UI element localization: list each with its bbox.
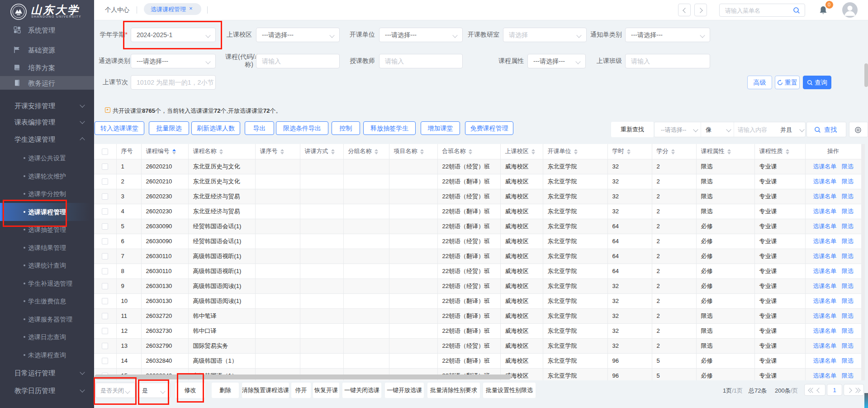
footer-button-一键关闭选课[interactable]: 一键关闭选课 — [342, 383, 381, 398]
link-restrict[interactable]: 限选 — [842, 283, 854, 289]
row-checkbox[interactable] — [102, 268, 108, 274]
link-roster[interactable]: 选课名单 — [813, 238, 836, 245]
link-roster[interactable]: 选课名单 — [813, 357, 836, 364]
sort-icon[interactable] — [219, 149, 223, 154]
nav-back-button[interactable] — [678, 4, 691, 16]
toolbar-button-增加课堂[interactable]: 增加课堂 — [421, 121, 460, 135]
row-checkbox[interactable] — [102, 253, 108, 259]
column-header-课程性质[interactable]: 课程性质 — [754, 144, 805, 159]
sidebar-group-日常运行管理[interactable]: 日常运行管理 — [0, 366, 94, 379]
tab-active[interactable]: 选课课程管理 × — [144, 3, 201, 15]
pagination-next-last[interactable] — [844, 384, 864, 396]
row-checkbox[interactable] — [102, 193, 108, 200]
pagination-first-prev[interactable] — [804, 384, 825, 396]
row-checkbox[interactable] — [102, 178, 108, 185]
toolbar-button-释放抽签学生[interactable]: 释放抽签学生 — [363, 121, 416, 135]
menu-search-input[interactable]: 请输入菜单名 — [719, 4, 805, 17]
link-restrict[interactable]: 限选 — [842, 223, 854, 230]
toolbar-button-批量限选[interactable]: 批量限选 — [149, 121, 189, 135]
filter-field-5[interactable]: ---请选择--- — [131, 54, 216, 68]
sort-icon[interactable] — [469, 149, 472, 154]
sort-icon[interactable] — [627, 149, 631, 154]
column-header-课程属性[interactable]: 课程属性 — [696, 144, 754, 159]
footer-button-批量清除性别要求[interactable]: 批量清除性别要求 — [427, 383, 480, 398]
sidebar-item-学生缴费信息[interactable]: 学生缴费信息 — [0, 292, 94, 310]
column-header-课程编号[interactable]: 课程编号 — [141, 144, 188, 159]
link-roster[interactable]: 选课名单 — [813, 372, 836, 379]
column-header-讲课方式[interactable]: 讲课方式 — [300, 144, 343, 159]
link-restrict[interactable]: 限选 — [842, 342, 854, 349]
link-restrict[interactable]: 限选 — [842, 193, 854, 200]
link-roster[interactable]: 选课名单 — [813, 342, 836, 349]
research-button[interactable]: 重新查找 — [611, 122, 654, 137]
filter-value-input[interactable]: 请输入内容 — [738, 126, 767, 134]
sort-icon[interactable] — [375, 149, 378, 154]
sidebar-group-开课安排管理[interactable]: 开课安排管理 — [0, 99, 94, 112]
link-restrict[interactable]: 限选 — [842, 238, 854, 245]
link-restrict[interactable]: 限选 — [842, 357, 854, 364]
link-restrict[interactable]: 限选 — [842, 253, 854, 259]
sort-icon[interactable] — [531, 149, 535, 154]
link-restrict[interactable]: 限选 — [842, 163, 854, 170]
filter-field-8[interactable]: ---请选择--- — [527, 54, 586, 68]
sort-icon[interactable] — [574, 149, 578, 154]
filter-button-查询[interactable]: 查询 — [803, 76, 831, 89]
row-checkbox[interactable] — [102, 238, 108, 245]
link-restrict[interactable]: 限选 — [842, 208, 854, 215]
footer-button-批量设置性别限选[interactable]: 批量设置性别限选 — [483, 383, 536, 398]
grid-settings-button[interactable] — [849, 122, 868, 137]
column-header-上课校区[interactable]: 上课校区 — [500, 144, 543, 159]
sort-icon[interactable] — [727, 149, 731, 154]
link-restrict[interactable]: 限选 — [842, 312, 854, 319]
column-header-学时[interactable]: 学时 — [607, 144, 652, 159]
column-header-开课单位[interactable]: 开课单位 — [543, 144, 607, 159]
column-header-合班名称[interactable]: 合班名称 — [437, 144, 500, 159]
filter-field-4[interactable]: ---请选择--- — [625, 28, 710, 42]
sidebar-item-选课日志查询[interactable]: 选课日志查询 — [0, 328, 94, 346]
filter-button-重置[interactable]: 重置 — [775, 76, 800, 89]
filter-field-9[interactable]: 请输入 — [625, 54, 710, 68]
toolbar-button-转入选课课堂[interactable]: 转入选课课堂 — [95, 121, 144, 135]
row-checkbox[interactable] — [102, 298, 108, 304]
link-roster[interactable]: 选课名单 — [813, 298, 836, 304]
sort-icon[interactable] — [420, 149, 424, 154]
pagination-page-1[interactable]: 1 — [827, 384, 842, 396]
sidebar-group-学生选课管理[interactable]: 学生选课管理 — [0, 132, 94, 146]
row-checkbox[interactable] — [102, 358, 108, 364]
sidebar-item-4[interactable]: 教务运行 — [0, 76, 94, 90]
link-roster[interactable]: 选课名单 — [813, 163, 836, 170]
link-restrict[interactable]: 限选 — [842, 298, 854, 304]
footer-button-停开[interactable]: 停开 — [291, 383, 311, 398]
sidebar-group-课表编排管理[interactable]: 课表编排管理 — [0, 115, 94, 129]
column-header-学分[interactable]: 学分 — [652, 144, 696, 159]
row-checkbox[interactable] — [102, 283, 108, 289]
toolbar-button-免费课程管理[interactable]: 免费课程管理 — [465, 121, 513, 135]
filter-logic-select[interactable]: 并且 — [780, 126, 792, 134]
sort-icon[interactable] — [331, 149, 335, 154]
sidebar-item-1[interactable]: 系统管理 — [0, 23, 94, 37]
sidebar-group-教学日历管理[interactable]: 教学日历管理 — [0, 384, 94, 397]
footer-button-一键开放选课[interactable]: 一键开放选课 — [385, 383, 424, 398]
column-header-课程名称[interactable]: 课程名称 — [188, 144, 255, 159]
row-checkbox[interactable] — [102, 208, 108, 215]
toolbar-button-导出[interactable]: 导出 — [245, 121, 274, 135]
footer-button-恢复开课[interactable]: 恢复开课 — [313, 383, 339, 398]
hscrollbar-thumb[interactable] — [95, 374, 511, 379]
search-icon[interactable] — [793, 7, 800, 14]
sidebar-item-选课轮次维护[interactable]: 选课轮次维护 — [0, 167, 94, 185]
toolbar-button-控制[interactable]: 控制 — [332, 121, 360, 135]
link-roster[interactable]: 选课名单 — [813, 223, 836, 230]
link-roster[interactable]: 选课名单 — [813, 283, 836, 289]
filter-field-6[interactable]: 请输入 — [256, 54, 340, 68]
filter-button-高级[interactable]: 高级 — [747, 76, 772, 89]
grid-find-button[interactable]: 查找 — [806, 122, 846, 137]
link-restrict[interactable]: 限选 — [842, 372, 854, 379]
tab-close-icon[interactable]: × — [189, 5, 193, 12]
row-checkbox[interactable] — [102, 223, 108, 230]
vscrollbar-thumb[interactable] — [864, 63, 868, 87]
sort-icon[interactable] — [786, 149, 789, 154]
filter-field-1[interactable]: ---请选择--- — [256, 28, 340, 42]
sort-icon[interactable] — [172, 149, 176, 154]
toolbar-button-限选条件导出[interactable]: 限选条件导出 — [276, 121, 328, 135]
row-checkbox[interactable] — [102, 343, 108, 349]
